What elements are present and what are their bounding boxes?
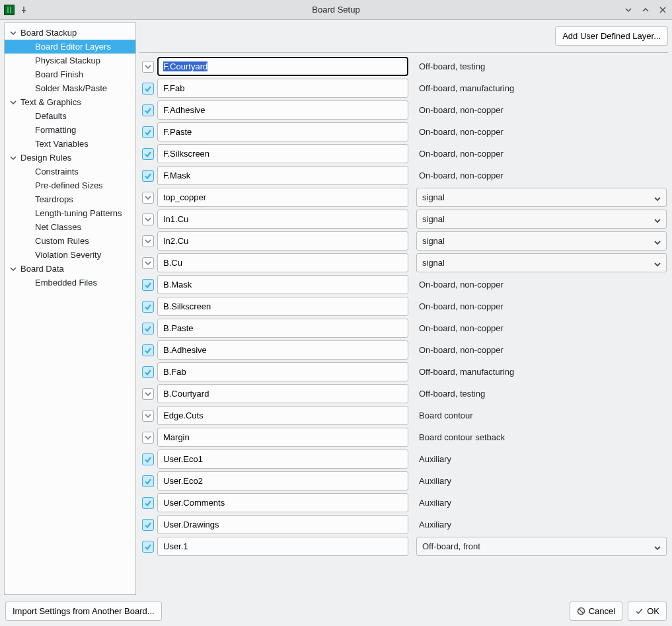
- cancel-button[interactable]: Cancel: [570, 602, 622, 621]
- layer-name-input[interactable]: [157, 537, 408, 556]
- layer-visibility-checkbox[interactable]: [142, 453, 154, 465]
- titlebar: Board Setup: [0, 0, 672, 20]
- layer-visibility-checkbox[interactable]: [142, 475, 154, 487]
- tree-item[interactable]: Teardrops: [5, 192, 135, 206]
- layer-name-input[interactable]: [157, 122, 408, 141]
- tree-item[interactable]: Board Finish: [5, 67, 135, 81]
- chevron-down-icon: [654, 260, 661, 266]
- layer-visibility-checkbox[interactable]: [142, 235, 154, 247]
- layer-visibility-checkbox[interactable]: [142, 388, 154, 400]
- layer-type-label: On-board, non-copper: [416, 323, 504, 333]
- layer-visibility-checkbox[interactable]: [142, 170, 154, 182]
- tree-item[interactable]: Board Editor Layers: [5, 40, 135, 54]
- layer-type-label: On-board, non-copper: [416, 127, 504, 137]
- layer-type-select[interactable]: Off-board, front: [416, 537, 667, 556]
- layer-name-input[interactable]: [157, 384, 408, 403]
- layer-name-input[interactable]: [157, 275, 408, 294]
- close-button[interactable]: [657, 5, 668, 15]
- layer-row: On-board, non-copper: [139, 317, 668, 339]
- content-panel: Add User Defined Layer... Off-board, tes…: [139, 22, 668, 595]
- layer-name-input[interactable]: [157, 253, 408, 272]
- layer-type-select[interactable]: signal: [416, 231, 667, 251]
- tree-item[interactable]: Length-tuning Patterns: [5, 206, 135, 220]
- layer-visibility-checkbox[interactable]: [142, 61, 154, 73]
- layer-visibility-checkbox[interactable]: [142, 214, 154, 225]
- layer-name-input[interactable]: [157, 406, 408, 425]
- layer-name-input[interactable]: [157, 100, 408, 120]
- layer-visibility-checkbox[interactable]: [142, 497, 154, 509]
- maximize-button[interactable]: [640, 5, 651, 15]
- tree-item[interactable]: Solder Mask/Paste: [5, 81, 135, 95]
- pin-icon[interactable]: [19, 5, 29, 15]
- layer-name-input[interactable]: [157, 515, 408, 534]
- tree-item[interactable]: Constraints: [5, 165, 135, 178]
- layer-name-input[interactable]: [157, 471, 408, 490]
- layer-type-value: signal: [422, 192, 445, 202]
- layer-visibility-checkbox[interactable]: [142, 519, 154, 531]
- layer-name-input[interactable]: [157, 57, 408, 76]
- import-settings-button[interactable]: Import Settings from Another Board...: [5, 602, 162, 621]
- layer-name-input[interactable]: [157, 428, 408, 447]
- tree-item[interactable]: Text Variables: [5, 137, 135, 151]
- layer-name-input[interactable]: [157, 166, 408, 185]
- layer-visibility-checkbox[interactable]: [142, 541, 154, 553]
- ok-button[interactable]: OK: [628, 602, 667, 621]
- sidebar-tree[interactable]: Board StackupBoard Editor LayersPhysical…: [4, 22, 136, 595]
- chevron-down-icon: [654, 543, 661, 550]
- layer-name-input[interactable]: [157, 493, 408, 512]
- layer-row: Off-board, testing: [139, 383, 668, 405]
- layer-visibility-checkbox[interactable]: [142, 83, 154, 95]
- layer-visibility-checkbox[interactable]: [142, 279, 154, 291]
- layer-visibility-checkbox[interactable]: [142, 148, 154, 160]
- layer-name-input[interactable]: [157, 188, 408, 207]
- layer-visibility-checkbox[interactable]: [142, 126, 154, 138]
- minimize-button[interactable]: [623, 5, 634, 15]
- layer-type-select[interactable]: signal: [416, 253, 667, 272]
- layer-name-input[interactable]: [157, 297, 408, 316]
- layer-type-value: Off-board, front: [422, 541, 480, 551]
- tree-group-label: Board Stackup: [20, 28, 77, 38]
- layer-name-input[interactable]: [157, 210, 408, 229]
- layer-visibility-checkbox[interactable]: [142, 410, 154, 422]
- layer-visibility-checkbox[interactable]: [142, 104, 154, 116]
- layer-visibility-checkbox[interactable]: [142, 301, 154, 313]
- layer-type-label: On-board, non-copper: [416, 280, 504, 290]
- tree-group-header[interactable]: Text & Graphics: [5, 95, 135, 109]
- tree-item[interactable]: Violation Severity: [5, 248, 135, 262]
- layer-type-select[interactable]: signal: [416, 188, 667, 207]
- layer-row: On-board, non-copper: [139, 143, 668, 165]
- layer-name-input[interactable]: [157, 79, 408, 98]
- tree-group-header[interactable]: Board Stackup: [5, 26, 135, 40]
- window-title: Board Setup: [83, 5, 589, 15]
- tree-item[interactable]: Custom Rules: [5, 234, 135, 248]
- tree-group-header[interactable]: Design Rules: [5, 151, 135, 165]
- tree-item[interactable]: Physical Stackup: [5, 54, 135, 67]
- layer-type-value: signal: [422, 236, 445, 246]
- layer-visibility-checkbox[interactable]: [142, 366, 154, 378]
- layer-visibility-checkbox[interactable]: [142, 257, 154, 269]
- layer-visibility-checkbox[interactable]: [142, 344, 154, 356]
- layer-row: On-board, non-copper: [139, 339, 668, 361]
- layer-type-label: Off-board, manufacturing: [416, 367, 514, 377]
- layer-name-input[interactable]: [157, 362, 408, 381]
- layer-row: On-board, non-copper: [139, 274, 668, 295]
- layer-name-input[interactable]: [157, 450, 408, 469]
- layer-name-input[interactable]: [157, 144, 408, 163]
- layer-visibility-checkbox[interactable]: [142, 432, 154, 444]
- add-user-layer-button[interactable]: Add User Defined Layer...: [555, 26, 668, 46]
- layer-visibility-checkbox[interactable]: [142, 323, 154, 334]
- layer-name-input[interactable]: [157, 319, 408, 338]
- layer-name-input[interactable]: [157, 340, 408, 360]
- tree-group-header[interactable]: Board Data: [5, 262, 135, 276]
- chevron-down-icon: [654, 194, 661, 201]
- tree-item[interactable]: Defaults: [5, 109, 135, 123]
- tree-item[interactable]: Pre-defined Sizes: [5, 178, 135, 192]
- layer-name-input[interactable]: [157, 231, 408, 251]
- layer-type-select[interactable]: signal: [416, 210, 667, 229]
- layer-row: Off-board, testing: [139, 56, 668, 77]
- layer-visibility-checkbox[interactable]: [142, 192, 154, 204]
- tree-item[interactable]: Net Classes: [5, 220, 135, 234]
- tree-item[interactable]: Embedded Files: [5, 276, 135, 290]
- cancel-button-label: Cancel: [589, 606, 615, 616]
- tree-item[interactable]: Formatting: [5, 123, 135, 137]
